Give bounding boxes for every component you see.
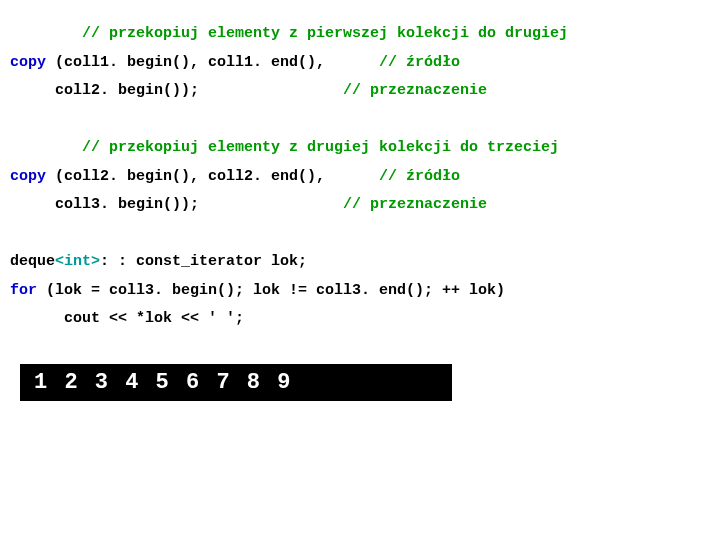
blank-line <box>10 220 710 249</box>
template-type: <int> <box>55 253 100 270</box>
code-text: coll3. begin()); <box>10 196 343 213</box>
code-line-copy2: copy (coll2. begin(), coll2. end(), // ź… <box>10 163 710 192</box>
output-bar: 1 2 3 4 5 6 7 8 9 <box>20 364 452 401</box>
keyword-copy: copy <box>10 54 46 71</box>
code-text: cout << *lok << ' '; <box>10 310 244 327</box>
code-line-cout: cout << *lok << ' '; <box>10 305 710 334</box>
comment-text: // przekopiuj elementy z drugiej kolekcj… <box>82 139 559 156</box>
comment-text: // źródło <box>379 54 460 71</box>
keyword-for: for <box>10 282 37 299</box>
keyword-copy: copy <box>10 168 46 185</box>
code-line-copy1b: coll2. begin()); // przeznaczenie <box>10 77 710 106</box>
comment-text: // przeznaczenie <box>343 196 487 213</box>
code-line-copy2b: coll3. begin()); // przeznaczenie <box>10 191 710 220</box>
code-text: (coll1. begin(), coll1. end(), <box>46 54 379 71</box>
code-text: : : const_iterator lok; <box>100 253 307 270</box>
code-comment-2: // przekopiuj elementy z drugiej kolekcj… <box>10 134 710 163</box>
code-text: (coll2. begin(), coll2. end(), <box>46 168 379 185</box>
code-line-for: for (lok = coll3. begin(); lok != coll3.… <box>10 277 710 306</box>
comment-text: // przeznaczenie <box>343 82 487 99</box>
code-text: (lok = coll3. begin(); lok != coll3. end… <box>37 282 505 299</box>
comment-text: // źródło <box>379 168 460 185</box>
code-line-copy1: copy (coll1. begin(), coll1. end(), // ź… <box>10 49 710 78</box>
code-line-deque: deque<int>: : const_iterator lok; <box>10 248 710 277</box>
code-text: coll2. begin()); <box>10 82 343 99</box>
blank-line <box>10 106 710 135</box>
code-comment-1: // przekopiuj elementy z pierwszej kolek… <box>10 20 710 49</box>
code-text: deque <box>10 253 55 270</box>
comment-text: // przekopiuj elementy z pierwszej kolek… <box>82 25 568 42</box>
